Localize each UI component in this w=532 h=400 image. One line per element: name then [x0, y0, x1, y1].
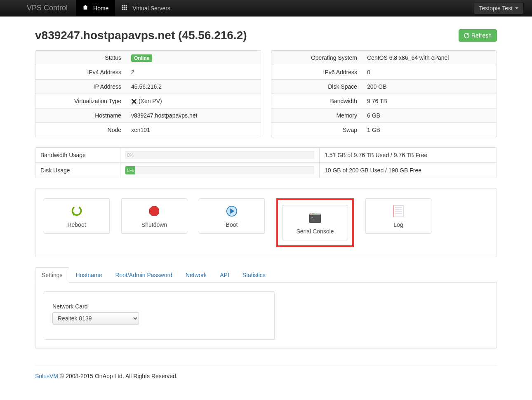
svg-marker-9 [150, 207, 159, 216]
reboot-button[interactable]: Reboot [44, 198, 110, 234]
footer-text: © 2008-2015 OnApp Ltd. All Rights Reserv… [58, 373, 178, 379]
refresh-button[interactable]: Refresh [459, 29, 497, 42]
tabs: Settings Hostname Root/Admin Password Ne… [35, 267, 497, 283]
label-disk-usage: Disk Usage [35, 163, 120, 178]
highlighted-serial-console: >_ Serial Console [276, 198, 354, 247]
value-os: CentOS 6.8 x86_64 with cPanel [362, 51, 497, 65]
value-memory: 6 GB [362, 108, 497, 122]
shutdown-icon [148, 204, 160, 218]
tab-hostname[interactable]: Hostname [69, 267, 109, 283]
label-diskspace: Disk Space [271, 80, 362, 94]
svg-rect-4 [124, 7, 126, 8]
label-status: Status [35, 51, 126, 65]
user-name: Testopie Test [479, 5, 513, 12]
refresh-label: Refresh [471, 32, 492, 39]
info-table-right: Operating SystemCentOS 6.8 x86_64 with c… [271, 50, 497, 137]
actions-panel: Reboot Shutdown Boot >_ Serial [35, 188, 497, 257]
svg-point-14 [311, 214, 311, 214]
label-swap: Swap [271, 123, 362, 137]
svg-rect-7 [124, 9, 126, 10]
value-virt: (Xen PV) [139, 98, 162, 104]
log-label: Log [393, 221, 403, 228]
svg-rect-8 [126, 9, 127, 10]
footer-brand-link[interactable]: SolusVM [35, 373, 58, 379]
bw-progress-bar: 0% [125, 151, 314, 159]
reboot-icon [71, 204, 82, 218]
value-swap: 1 GB [362, 123, 497, 137]
svg-rect-2 [126, 5, 127, 7]
value-ip: 45.56.216.2 [126, 80, 261, 94]
svg-rect-6 [122, 9, 124, 10]
svg-text:>_: >_ [311, 216, 315, 219]
svg-rect-0 [122, 5, 124, 7]
status-badge: Online [131, 54, 152, 62]
top-navbar: VPS Control Home Virtual Servers Testopi… [0, 0, 532, 16]
info-table-left: StatusOnline IPv4 Address2 IP Address45.… [35, 50, 261, 137]
grid-icon [122, 5, 130, 12]
svg-rect-3 [122, 7, 124, 8]
user-menu-button[interactable]: Testopie Test [474, 2, 524, 14]
serial-console-button[interactable]: >_ Serial Console [282, 205, 348, 240]
tab-statistics[interactable]: Statistics [236, 267, 272, 283]
boot-button[interactable]: Boot [199, 198, 265, 234]
value-bandwidth: 9.76 TB [362, 94, 497, 108]
nav-home-label: Home [93, 5, 108, 12]
boot-icon [226, 204, 238, 218]
value-hostname: v839247.hostpapavps.net [126, 108, 261, 122]
value-ipv4: 2 [126, 65, 261, 79]
tab-settings[interactable]: Settings [35, 267, 69, 283]
nic-label: Network Card [52, 303, 266, 310]
tab-password[interactable]: Root/Admin Password [108, 267, 179, 283]
value-diskspace: 200 GB [362, 80, 497, 94]
label-virt: Virtualization Type [35, 94, 126, 108]
label-hostname: Hostname [35, 108, 126, 122]
settings-panel: Network Card Realtek 8139 [44, 291, 275, 340]
nav-virtual-servers[interactable]: Virtual Servers [115, 0, 177, 16]
bw-progress: 0% [125, 151, 314, 159]
boot-label: Boot [226, 221, 238, 228]
home-icon [82, 5, 91, 12]
label-ip: IP Address [35, 80, 126, 94]
disk-usage-desc: 10 GB of 200 GB Used / 190 GB Free [319, 163, 497, 178]
tab-content: Network Card Realtek 8139 [35, 283, 497, 348]
nav-home[interactable]: Home [76, 0, 115, 16]
brand-title: VPS Control [8, 4, 76, 12]
tab-network[interactable]: Network [179, 267, 213, 283]
label-memory: Memory [271, 108, 362, 122]
log-button[interactable]: Log [365, 198, 431, 234]
disk-progress-bar: 5% [125, 166, 135, 174]
nav-servers-label: Virtual Servers [132, 5, 170, 12]
log-icon [393, 204, 404, 218]
label-ipv4: IPv4 Address [35, 65, 126, 79]
refresh-icon [464, 33, 469, 38]
svg-rect-18 [393, 205, 403, 217]
nic-select[interactable]: Realtek 8139 [52, 312, 139, 325]
svg-point-15 [312, 214, 313, 214]
usage-table: Bandwidth Usage 0% 1.51 GB of 9.76 TB Us… [35, 147, 497, 178]
chevron-down-icon [515, 7, 518, 9]
value-ipv6: 0 [362, 65, 497, 79]
shutdown-button[interactable]: Shutdown [121, 198, 187, 234]
value-node: xen101 [126, 123, 261, 137]
label-node: Node [35, 123, 126, 137]
label-os: Operating System [271, 51, 362, 65]
shutdown-label: Shutdown [141, 221, 167, 228]
page-title: v839247.hostpapavps.net (45.56.216.2) [35, 29, 459, 42]
serial-console-label: Serial Console [296, 228, 334, 235]
label-bandwidth: Bandwidth [271, 94, 362, 108]
label-ipv6: IPv6 Address [271, 65, 362, 79]
svg-rect-5 [126, 7, 127, 8]
svg-rect-1 [124, 5, 126, 7]
label-bw-usage: Bandwidth Usage [35, 148, 120, 162]
tab-api[interactable]: API [213, 267, 236, 283]
disk-progress: 5% [125, 166, 314, 174]
reboot-label: Reboot [67, 221, 86, 228]
svg-point-16 [313, 214, 314, 214]
xen-icon [131, 99, 137, 104]
bw-usage-desc: 1.51 GB of 9.76 TB Used / 9.76 TB Free [319, 148, 497, 162]
footer: SolusVM © 2008-2015 OnApp Ltd. All Right… [35, 365, 497, 379]
terminal-icon: >_ [309, 211, 321, 225]
